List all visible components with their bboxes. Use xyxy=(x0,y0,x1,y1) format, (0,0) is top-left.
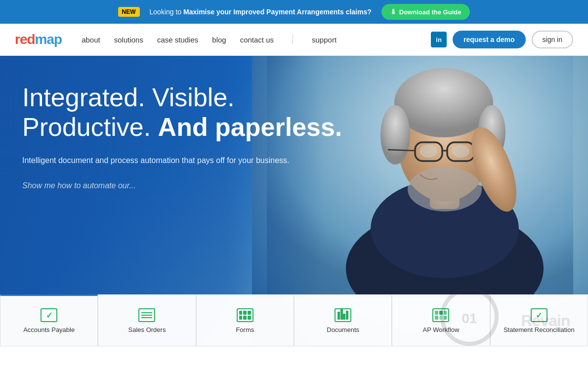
banner-text-normal: Looking to xyxy=(150,8,184,16)
svg-point-15 xyxy=(408,167,482,211)
logo-red: red xyxy=(15,32,35,47)
svg-point-6 xyxy=(380,105,410,165)
linkedin-icon: in xyxy=(436,36,442,43)
nav-links: about solutions case studies blog contac… xyxy=(82,35,431,44)
forms-label: Forms xyxy=(236,326,254,333)
svg-point-14 xyxy=(452,145,469,158)
documents-icon xyxy=(335,308,351,322)
product-card-statement-reconciliation[interactable]: ✓ Statement Reconciliation Revain xyxy=(490,294,588,346)
new-badge: NEW xyxy=(118,7,140,17)
nav-blog[interactable]: blog xyxy=(212,36,226,44)
hero-cta-text: Show me how to automate our... xyxy=(22,181,342,190)
nav-contact-us[interactable]: contact us xyxy=(240,36,274,44)
nav-about[interactable]: about xyxy=(82,36,100,44)
sales-orders-icon xyxy=(138,308,155,322)
nav-support[interactable]: support xyxy=(312,36,336,44)
hero-section: Integrated. Visible. Productive. And pap… xyxy=(0,56,588,346)
nav-solutions[interactable]: solutions xyxy=(114,36,143,44)
hero-headline-line1: Integrated. Visible. xyxy=(22,83,235,112)
statement-reconciliation-label: Statement Reconciliation xyxy=(504,326,575,333)
banner-text-bold: Maximise your Improved Payment Arrangeme… xyxy=(183,8,372,16)
accounts-payable-label: Accounts Payable xyxy=(23,326,75,333)
hero-headline-line2: Productive. And paperless. xyxy=(22,113,342,141)
product-card-documents[interactable]: Documents xyxy=(294,294,392,346)
product-card-forms[interactable]: Forms xyxy=(196,294,294,346)
product-card-sales-orders[interactable]: Sales Orders xyxy=(98,294,196,346)
ap-workflow-label: AP Workflow xyxy=(423,326,460,333)
top-banner: NEW Looking to Maximise your Improved Pa… xyxy=(0,0,588,24)
documents-label: Documents xyxy=(327,326,359,333)
ap-workflow-icon xyxy=(432,308,449,322)
download-guide-button[interactable]: ⬇ Download the Guide xyxy=(381,4,470,20)
logo-blue: map xyxy=(35,32,62,47)
forms-icon xyxy=(237,308,253,322)
hero-content: Integrated. Visible. Productive. And pap… xyxy=(22,83,342,190)
request-demo-button[interactable]: request a demo xyxy=(453,31,525,48)
linkedin-button[interactable]: in xyxy=(431,32,447,47)
nav-actions: in request a demo sign in xyxy=(431,31,573,48)
sign-in-button[interactable]: sign in xyxy=(532,31,573,48)
nav-divider xyxy=(293,35,293,44)
statement-reconciliation-icon: ✓ xyxy=(531,308,547,322)
banner-text: Looking to Maximise your Improved Paymen… xyxy=(150,8,372,16)
hero-subtext: Intelligent document and process automat… xyxy=(22,155,309,166)
hero-headline: Integrated. Visible. Productive. And pap… xyxy=(22,83,342,142)
product-cards: ✓ Accounts Payable Sales Orders Forms xyxy=(0,294,588,346)
hero-headline-bold: And paperless. xyxy=(158,113,342,141)
navbar: redmap about solutions case studies blog… xyxy=(0,24,588,56)
product-card-ap-workflow[interactable]: AP Workflow xyxy=(392,294,490,346)
download-guide-label: Download the Guide xyxy=(399,8,462,16)
accounts-payable-icon: ✓ xyxy=(41,308,57,322)
logo[interactable]: redmap xyxy=(15,32,62,47)
product-card-accounts-payable[interactable]: ✓ Accounts Payable xyxy=(0,294,98,346)
sales-orders-label: Sales Orders xyxy=(128,326,166,333)
nav-case-studies[interactable]: case studies xyxy=(157,36,198,44)
svg-point-13 xyxy=(420,145,437,158)
download-icon: ⬇ xyxy=(390,8,396,16)
